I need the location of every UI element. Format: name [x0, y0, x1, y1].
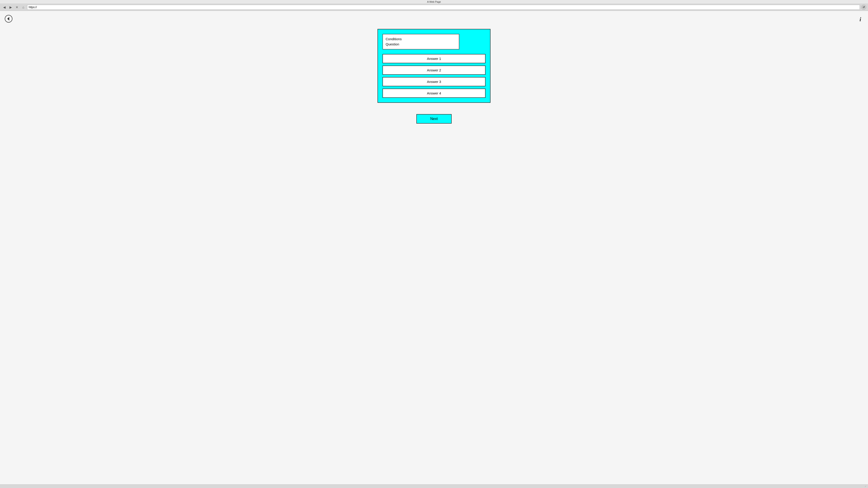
answer-button-4[interactable]: Answer 4: [382, 89, 486, 98]
home-nav-button[interactable]: ⌂: [21, 5, 26, 10]
answer-button-1[interactable]: Answer 1: [382, 54, 486, 63]
page-back-icon: [5, 15, 12, 24]
home-nav-icon: ⌂: [22, 5, 24, 9]
address-bar[interactable]: [27, 5, 860, 10]
refresh-icon: ↺: [863, 6, 865, 9]
question-line1: Conditions: [385, 37, 456, 42]
back-nav-button[interactable]: ◀: [2, 5, 7, 10]
page-back-button[interactable]: [4, 15, 13, 24]
question-line2: Question: [385, 42, 456, 47]
browser-titlebar: A Web Page: [0, 0, 868, 4]
answer-button-2[interactable]: Answer 2: [382, 66, 486, 75]
forward-nav-icon: ▶: [9, 5, 12, 9]
info-button[interactable]: i: [857, 15, 864, 24]
browser-toolbar: ◀ ▶ ✕ ⌂ ↺: [0, 4, 868, 11]
close-nav-button[interactable]: ✕: [14, 5, 20, 10]
question-box: Conditions Question: [382, 34, 459, 50]
close-nav-icon: ✕: [16, 5, 18, 9]
statusbar-icon: ⟋: [864, 485, 867, 488]
quiz-panel: Conditions Question Answer 1 Answer 2 An…: [377, 29, 491, 103]
next-button[interactable]: Next: [416, 114, 452, 124]
next-container: Next: [0, 114, 868, 124]
forward-nav-button[interactable]: ▶: [8, 5, 13, 10]
browser-title: A Web Page: [427, 0, 441, 3]
answer-button-3[interactable]: Answer 3: [382, 77, 486, 86]
refresh-button[interactable]: ↺: [861, 5, 866, 10]
back-nav-icon: ◀: [3, 5, 6, 9]
info-icon: i: [860, 16, 861, 23]
svg-marker-1: [7, 17, 9, 21]
browser-statusbar: ⟋: [0, 484, 868, 488]
page-content: i Conditions Question Answer 1 Answer 2 …: [0, 11, 868, 484]
